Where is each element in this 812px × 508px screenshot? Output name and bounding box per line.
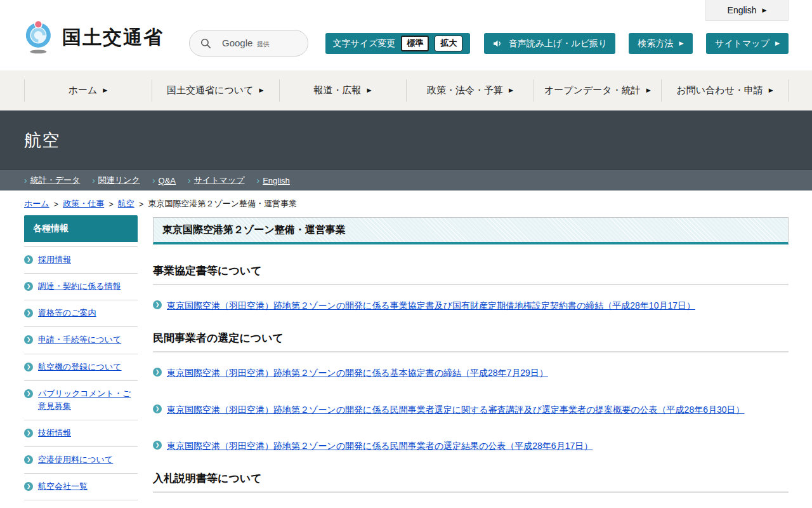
- chevron-right-icon: ▶: [259, 88, 263, 93]
- hero-sub-link-anchor[interactable]: サイトマップ: [194, 175, 245, 186]
- document-link-row: ❯東京国際空港（羽田空港）跡地第２ゾーンの開発に係る基本協定書の締結（平成28年…: [153, 366, 789, 379]
- breadcrumb-link-2[interactable]: 航空: [118, 198, 134, 210]
- search-placeholder: Google: [222, 37, 252, 48]
- search-method-label: 検索方法: [638, 38, 674, 50]
- chevron-right-bullet-icon: ❯: [153, 368, 162, 377]
- speaker-icon: [492, 38, 503, 49]
- chevron-right-icon: ▶: [769, 88, 773, 93]
- font-size-standard-button[interactable]: 標準: [401, 36, 429, 51]
- nav-item-0[interactable]: ホーム▶: [24, 70, 152, 110]
- sidebar-link[interactable]: 航空会社一覧: [38, 480, 88, 493]
- chevron-right-bullet-icon: ❯: [24, 282, 33, 291]
- chevron-right-icon: ›: [92, 176, 95, 185]
- search-icon: [200, 37, 212, 50]
- chevron-right-bullet-icon: ❯: [24, 255, 33, 264]
- sitemap-button[interactable]: サイトマップ ▶: [706, 33, 789, 54]
- chevron-right-icon: ›: [257, 176, 260, 185]
- nav-item-label: お問い合わせ・申請: [676, 84, 763, 97]
- sidebar-item-6: ❯技術情報: [24, 420, 138, 446]
- nav-item-5[interactable]: お問い合わせ・申請▶: [661, 70, 789, 110]
- document-link-row: ❯東京国際空港（羽田空港）跡地第２ゾーンの開発に係る民間事業者選定に関する審査講…: [153, 403, 789, 416]
- font-size-large-button[interactable]: 拡大: [435, 36, 462, 51]
- sidebar-link[interactable]: 技術情報: [38, 427, 71, 439]
- page-title: 東京国際空港第２ゾーン整備・運営事業: [153, 217, 789, 244]
- section-divider: [153, 351, 789, 352]
- text-to-speech-button[interactable]: 音声読み上げ・ルビ振り: [484, 33, 615, 54]
- page: 国土交通省 Google 提供 文字サイズ変更 標準 拡大 音声読み上げ・ルビ振…: [0, 0, 812, 508]
- section-heading: 民間事業者の選定について: [153, 331, 789, 345]
- section-1: 民間事業者の選定について❯東京国際空港（羽田空港）跡地第２ゾーンの開発に係る基本…: [153, 331, 789, 452]
- chevron-right-icon: ▶: [367, 88, 372, 93]
- sidebar-link[interactable]: 航空機の登録について: [38, 361, 122, 373]
- sidebar-item-4: ❯航空機の登録について: [24, 354, 138, 380]
- nav-item-1[interactable]: 国土交通省について▶: [152, 70, 279, 110]
- document-link[interactable]: 東京国際空港（羽田空港）跡地第２ゾーンの開発に係る民間事業者選定に関する審査講評…: [167, 403, 745, 416]
- chevron-right-bullet-icon: ❯: [153, 404, 162, 413]
- search-provided-label: 提供: [257, 41, 270, 48]
- nav-item-4[interactable]: オープンデータ・統計▶: [534, 70, 661, 110]
- breadcrumb-separator: >: [54, 199, 59, 209]
- sidebar-item-8: ❯航空会社一覧: [24, 473, 138, 500]
- nav-item-2[interactable]: 報道・広報▶: [279, 70, 407, 110]
- nav-item-label: 国土交通省について: [167, 84, 253, 97]
- sidebar-link[interactable]: 申請・手続等について: [38, 333, 121, 346]
- chevron-right-icon: ▶: [763, 8, 767, 13]
- section-0: 事業協定書等について❯東京国際空港（羽田空港）跡地第２ゾーンの開発に係る事業協定…: [153, 264, 789, 312]
- chevron-right-icon: ›: [152, 176, 155, 185]
- document-link[interactable]: 東京国際空港（羽田空港）跡地第２ゾーンの開発に係る事業協定書及び国有財産定期借地…: [167, 299, 695, 312]
- chevron-right-bullet-icon: ❯: [153, 441, 162, 450]
- search-input[interactable]: Google 提供: [189, 30, 308, 57]
- chevron-right-bullet-icon: ❯: [153, 300, 162, 309]
- chevron-right-icon: ▶: [103, 88, 107, 93]
- document-link[interactable]: 東京国際空港（羽田空港）跡地第２ゾーンの開発に係る基本協定書の締結（平成28年7…: [167, 366, 548, 379]
- nav-item-3[interactable]: 政策・法令・予算▶: [406, 70, 534, 110]
- sidebar-link[interactable]: 空港使用料について: [38, 453, 113, 466]
- sections: 事業協定書等について❯東京国際空港（羽田空港）跡地第２ゾーンの開発に係る事業協定…: [153, 264, 789, 508]
- breadcrumb-link-1[interactable]: 政策・仕事: [63, 198, 104, 210]
- sidebar-link[interactable]: パブリックコメント・ご意見募集: [38, 387, 136, 413]
- section-divider: [153, 491, 789, 493]
- site-logo[interactable]: 国土交通省: [23, 18, 164, 57]
- main: 東京国際空港第２ゾーン整備・運営事業 事業協定書等について❯東京国際空港（羽田空…: [153, 215, 789, 508]
- document-link-row: ❯東京国際空港（羽田空港）跡地第２ゾーンの開発に係る民間事業者の選定結果の公表（…: [153, 439, 789, 452]
- sidebar: 各種情報 ❯採用情報❯調達・契約に係る情報❯資格等のご案内❯申請・手続等について…: [24, 215, 138, 508]
- chevron-right-bullet-icon: ❯: [24, 389, 33, 398]
- hero-sub-link-3: ›サイトマップ: [188, 175, 245, 186]
- hero-sub-link-anchor[interactable]: 関連リンク: [98, 175, 140, 186]
- hero-sub-link-anchor[interactable]: Q&A: [159, 176, 176, 185]
- sidebar-item-1: ❯調達・契約に係る情報: [24, 273, 138, 300]
- breadcrumb-link-0[interactable]: ホーム: [24, 198, 49, 210]
- section-divider: [153, 284, 789, 285]
- nav-item-label: オープンデータ・統計: [544, 84, 641, 97]
- chevron-right-icon: ›: [24, 176, 27, 185]
- sidebar-item-7: ❯空港使用料について: [24, 446, 138, 473]
- section-heading: 入札説明書等について: [153, 471, 789, 486]
- hero-sub-link-0: ›統計・データ: [24, 175, 80, 186]
- chevron-right-icon: ▶: [775, 41, 780, 46]
- hero-band: 航空: [0, 110, 812, 170]
- sidebar-link[interactable]: 調達・契約に係る情報: [38, 280, 121, 293]
- hero-sub-link-1: ›関連リンク: [92, 175, 140, 186]
- chevron-right-bullet-icon: ❯: [24, 482, 33, 491]
- content: 各種情報 ❯採用情報❯調達・契約に係る情報❯資格等のご案内❯申請・手続等について…: [0, 215, 812, 508]
- chevron-right-icon: ›: [188, 176, 191, 185]
- section-heading: 事業協定書等について: [153, 264, 789, 278]
- hero-sub-link-2: ›Q&A: [152, 176, 176, 185]
- sidebar-link[interactable]: 採用情報: [38, 253, 71, 266]
- document-link[interactable]: 東京国際空港（羽田空港）跡地第２ゾーンの開発に係る民間事業者の選定結果の公表（平…: [167, 439, 593, 452]
- sidebar-header: 各種情報: [24, 215, 138, 242]
- section-2: 入札説明書等について❯東京国際空港第２ゾーン整備・運営事業の入札説明書等に関する…: [153, 471, 789, 508]
- english-button[interactable]: English ▶: [705, 0, 789, 21]
- chevron-right-bullet-icon: ❯: [24, 455, 33, 464]
- search-method-button[interactable]: 検索方法 ▶: [629, 33, 693, 54]
- logo-text: 国土交通省: [62, 25, 164, 51]
- mlit-logo-icon: [23, 18, 56, 57]
- font-size-button-group[interactable]: 文字サイズ変更 標準 拡大: [325, 33, 470, 54]
- page-category-title: 航空: [24, 129, 60, 152]
- chevron-right-bullet-icon: ❯: [24, 429, 33, 438]
- hero-sub-link-anchor[interactable]: 統計・データ: [30, 175, 81, 186]
- sidebar-link[interactable]: 資格等のご案内: [38, 307, 96, 319]
- chevron-right-icon: ▶: [509, 88, 513, 93]
- hero-sub-link-anchor[interactable]: English: [263, 176, 290, 185]
- sidebar-item-3: ❯申請・手続等について: [24, 326, 138, 353]
